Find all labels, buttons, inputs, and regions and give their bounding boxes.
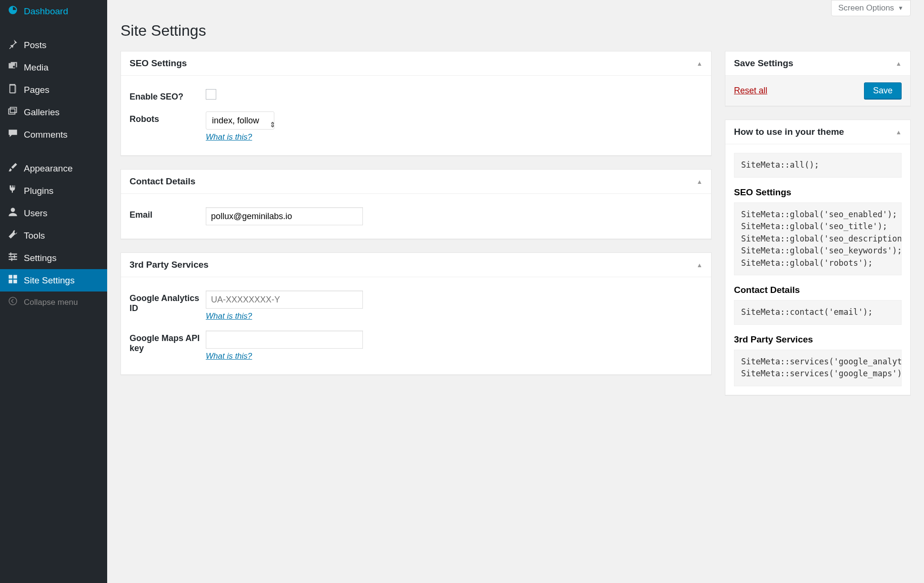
sidebar-item-comments[interactable]: Comments [0, 123, 107, 146]
sidebar-label: Comments [24, 130, 68, 140]
services-panel: 3rd Party Services ▲ Google Analytics ID… [121, 252, 712, 375]
code-all: SiteMeta::all(); [734, 153, 902, 178]
media-icon [7, 61, 19, 74]
svg-rect-3 [10, 107, 17, 112]
admin-sidebar: Dashboard Posts Media Pages Galleries Co… [0, 0, 107, 583]
seo-settings-panel: SEO Settings ▲ Enable SEO? Robots index [121, 51, 712, 156]
sidebar-item-media[interactable]: Media [0, 56, 107, 79]
code-seo: SiteMeta::global('seo_enabled'); SiteMet… [734, 202, 902, 276]
panel-toggle-icon[interactable]: ▲ [895, 129, 902, 136]
sidebar-item-site-settings[interactable]: Site Settings [0, 269, 107, 292]
screen-options-label: Screen Options [838, 3, 894, 13]
svg-rect-9 [14, 255, 15, 259]
svg-rect-10 [11, 258, 12, 261]
ga-help-link[interactable]: What is this? [206, 312, 252, 321]
save-settings-panel: Save Settings ▲ Reset all Save [725, 51, 911, 106]
main-content: Screen Options ▼ Site Settings SEO Setti… [107, 0, 924, 583]
reset-all-link[interactable]: Reset all [734, 86, 767, 96]
panel-toggle-icon[interactable]: ▲ [696, 178, 703, 185]
pin-icon [7, 39, 19, 51]
sidebar-label: Users [24, 208, 48, 219]
howto-seo-heading: SEO Settings [734, 187, 902, 198]
sidebar-item-pages[interactable]: Pages [0, 79, 107, 101]
code-contact: SiteMeta::contact('email'); [734, 300, 902, 325]
panel-toggle-icon[interactable]: ▲ [895, 60, 902, 67]
svg-point-15 [9, 297, 17, 305]
sidebar-item-tools[interactable]: Tools [0, 224, 107, 247]
svg-point-0 [13, 66, 15, 68]
sliders-icon [7, 251, 19, 264]
svg-rect-14 [13, 280, 17, 283]
svg-rect-13 [9, 280, 12, 283]
panel-toggle-icon[interactable]: ▲ [696, 261, 703, 269]
sidebar-item-plugins[interactable]: Plugins [0, 180, 107, 202]
collapse-label: Collapse menu [24, 298, 78, 307]
ga-input[interactable] [206, 291, 363, 309]
sidebar-item-settings[interactable]: Settings [0, 247, 107, 269]
wrench-icon [7, 229, 19, 242]
sidebar-label: Tools [24, 231, 45, 241]
page-title: Site Settings [121, 22, 911, 40]
svg-rect-6 [9, 256, 17, 257]
svg-point-4 [11, 208, 15, 212]
sidebar-label: Plugins [24, 186, 53, 196]
page-icon [7, 83, 19, 96]
sidebar-label: Appearance [24, 163, 72, 174]
panel-title: Contact Details [130, 176, 195, 187]
contact-details-panel: Contact Details ▲ Email [121, 169, 712, 239]
comment-icon [7, 128, 19, 141]
sidebar-collapse[interactable]: Collapse menu [0, 292, 107, 313]
email-label: Email [130, 207, 206, 220]
maps-label: Google Maps API key [130, 331, 206, 353]
save-button[interactable]: Save [864, 82, 902, 99]
sidebar-item-users[interactable]: Users [0, 202, 107, 224]
enable-seo-checkbox[interactable] [206, 89, 216, 100]
maps-help-link[interactable]: What is this? [206, 352, 252, 361]
robots-select[interactable]: index, follow [206, 111, 274, 130]
svg-rect-12 [13, 275, 17, 279]
svg-rect-7 [9, 259, 17, 260]
panel-title: How to use in your theme [734, 127, 844, 137]
robots-help-link[interactable]: What is this? [206, 132, 252, 142]
grid-icon [7, 274, 19, 287]
email-input[interactable] [206, 207, 363, 225]
ga-label: Google Analytics ID [130, 291, 206, 313]
collapse-icon [7, 296, 19, 308]
chevron-down-icon: ▼ [898, 5, 904, 11]
panel-title: Save Settings [734, 58, 793, 69]
howto-services-heading: 3rd Party Services [734, 334, 902, 345]
panel-toggle-icon[interactable]: ▲ [696, 60, 703, 67]
maps-input[interactable] [206, 331, 363, 349]
svg-rect-5 [9, 253, 17, 254]
sidebar-item-dashboard[interactable]: Dashboard [0, 0, 107, 22]
code-services: SiteMeta::services('google_analyti SiteM… [734, 350, 902, 386]
svg-rect-8 [10, 252, 11, 256]
sidebar-label: Pages [24, 85, 50, 95]
panel-title: SEO Settings [130, 58, 187, 69]
sidebar-label: Settings [24, 253, 57, 263]
user-icon [7, 207, 19, 220]
galleries-icon [7, 106, 19, 119]
howto-contact-heading: Contact Details [734, 285, 902, 295]
robots-label: Robots [130, 111, 206, 124]
sidebar-item-posts[interactable]: Posts [0, 34, 107, 56]
dashboard-icon [7, 5, 19, 18]
howto-panel: How to use in your theme ▲ SiteMeta::all… [725, 120, 911, 395]
screen-options-button[interactable]: Screen Options ▼ [831, 0, 911, 16]
panel-title: 3rd Party Services [130, 260, 209, 270]
sidebar-label: Dashboard [24, 6, 68, 17]
svg-rect-1 [10, 84, 15, 93]
brush-icon [7, 162, 19, 175]
sidebar-item-galleries[interactable]: Galleries [0, 101, 107, 123]
sidebar-item-appearance[interactable]: Appearance [0, 157, 107, 180]
sidebar-label: Posts [24, 40, 47, 50]
sidebar-label: Media [24, 62, 49, 73]
sidebar-label: Galleries [24, 107, 60, 118]
sidebar-label: Site Settings [24, 275, 75, 286]
enable-seo-label: Enable SEO? [130, 89, 206, 102]
plug-icon [7, 184, 19, 197]
svg-rect-11 [9, 275, 12, 279]
svg-rect-2 [9, 109, 15, 114]
